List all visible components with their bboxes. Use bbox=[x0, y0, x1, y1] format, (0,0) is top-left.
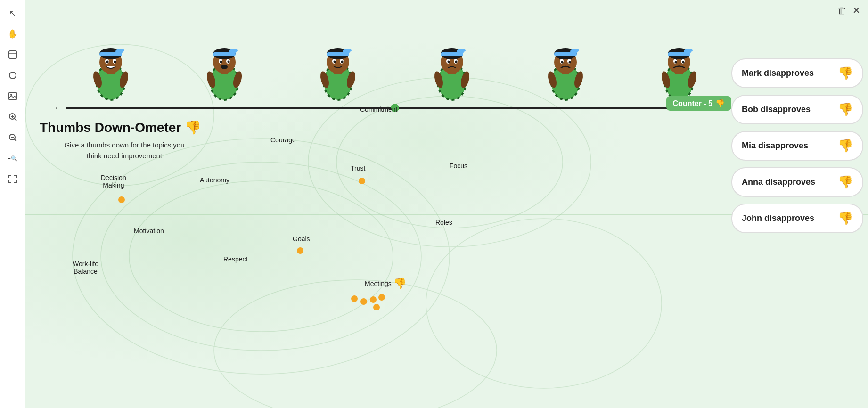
svg-point-41 bbox=[233, 49, 238, 52]
title-area: Thumbs Down-Ometer 👎 Give a thumbs down … bbox=[40, 120, 209, 161]
svg-point-13 bbox=[101, 162, 421, 351]
topbar: 🗑 ✕ bbox=[25, 0, 868, 21]
john-thumb-icon: 👎 bbox=[838, 211, 853, 226]
meetings-dot-1 bbox=[351, 295, 358, 302]
svg-point-88 bbox=[568, 61, 571, 64]
disapprove-panel: Mark disapproves 👎 Bob disapproves 👎 Mia… bbox=[731, 58, 863, 233]
image-icon[interactable] bbox=[4, 88, 21, 105]
svg-point-2 bbox=[9, 72, 16, 79]
svg-point-60 bbox=[341, 61, 344, 63]
svg-rect-3 bbox=[9, 92, 16, 100]
bob-thumb-icon: 👎 bbox=[838, 102, 853, 117]
dot-trust bbox=[359, 178, 365, 184]
svg-point-14 bbox=[129, 181, 393, 332]
characters-row bbox=[54, 21, 736, 103]
slider-arrow-left: ← bbox=[54, 102, 64, 114]
dot-decision-making bbox=[118, 196, 125, 203]
svg-line-10 bbox=[14, 139, 16, 142]
topic-commitment: Commitment bbox=[360, 106, 397, 113]
mia-disapproves-button[interactable]: Mia disapproves 👎 bbox=[731, 131, 863, 161]
dot-goals bbox=[297, 247, 303, 254]
main-title: Thumbs Down-Ometer 👎 bbox=[40, 120, 209, 135]
zoom-level: −🔍 bbox=[4, 150, 21, 167]
svg-point-102 bbox=[682, 61, 685, 64]
hand-icon[interactable]: ✋ bbox=[4, 25, 21, 42]
counter-badge: Counter - 5 👎 bbox=[666, 96, 731, 111]
fit-icon[interactable] bbox=[4, 171, 21, 188]
svg-point-70 bbox=[461, 49, 466, 52]
anna-disapproves-label: Anna disapproves bbox=[742, 177, 815, 187]
mia-disapproves-label: Mia disapproves bbox=[742, 141, 808, 151]
trash-icon[interactable]: 🗑 bbox=[837, 5, 847, 16]
topic-work-life-balance: Work-lifeBalance bbox=[73, 260, 98, 275]
sidebar: ↖ ✋ −🔍 bbox=[0, 0, 25, 408]
topic-autonomy: Autonomy bbox=[200, 176, 229, 184]
mark-disapproves-button[interactable]: Mark disapproves 👎 bbox=[731, 58, 863, 88]
topic-roles: Roles bbox=[435, 219, 452, 226]
topic-courage: Courage bbox=[270, 136, 296, 144]
anna-disapproves-button[interactable]: Anna disapproves 👎 bbox=[731, 167, 863, 197]
cursor-icon[interactable]: ↖ bbox=[4, 5, 21, 22]
svg-point-18 bbox=[426, 219, 662, 388]
sticky-icon[interactable] bbox=[4, 46, 21, 63]
topic-focus: Focus bbox=[450, 162, 467, 170]
svg-point-31 bbox=[114, 61, 116, 63]
topic-trust: Trust bbox=[351, 164, 365, 172]
svg-point-98 bbox=[688, 49, 693, 52]
topic-meetings: Meetings 👎 bbox=[365, 277, 406, 290]
counter-label: Counter - 5 bbox=[673, 99, 712, 108]
john-disapproves-label: John disapproves bbox=[742, 213, 814, 223]
svg-point-12 bbox=[73, 139, 450, 374]
mia-thumb-icon: 👎 bbox=[838, 139, 853, 153]
svg-point-74 bbox=[455, 61, 457, 63]
subtitle: Give a thumbs down for the topics you th… bbox=[40, 140, 209, 161]
counter-emoji: 👎 bbox=[715, 99, 725, 108]
meetings-thumbsdown: 👎 bbox=[393, 277, 406, 290]
bob-disapproves-button[interactable]: Bob disapproves 👎 bbox=[731, 95, 863, 124]
svg-point-59 bbox=[334, 61, 336, 63]
svg-point-27 bbox=[120, 49, 124, 52]
zoom-in-icon[interactable] bbox=[4, 108, 21, 125]
meetings-dot-4 bbox=[378, 294, 385, 301]
character-1 bbox=[85, 28, 137, 103]
anna-thumb-icon: 👎 bbox=[838, 175, 853, 189]
character-4 bbox=[426, 28, 478, 103]
svg-point-87 bbox=[561, 61, 563, 64]
svg-point-45 bbox=[227, 61, 229, 63]
circle-icon[interactable] bbox=[4, 67, 21, 84]
topic-goals: Goals bbox=[293, 235, 310, 243]
bob-disapproves-label: Bob disapproves bbox=[742, 105, 811, 114]
close-icon[interactable]: ✕ bbox=[852, 5, 860, 16]
meetings-dot-3 bbox=[370, 296, 377, 303]
svg-line-6 bbox=[14, 119, 16, 121]
title-emoji: 👎 bbox=[185, 120, 201, 135]
svg-point-44 bbox=[220, 61, 222, 63]
svg-point-84 bbox=[574, 49, 579, 52]
main-canvas: ← → Counter - 5 👎 Thumbs Down-Ometer 👎 G… bbox=[25, 21, 868, 408]
meetings-dot-5 bbox=[373, 304, 380, 310]
svg-point-101 bbox=[675, 61, 677, 64]
svg-point-73 bbox=[447, 61, 450, 63]
svg-rect-0 bbox=[9, 51, 16, 58]
mark-disapproves-label: Mark disapproves bbox=[742, 68, 814, 78]
character-2 bbox=[198, 28, 250, 103]
svg-point-56 bbox=[347, 49, 352, 52]
topic-decision-making: DecisionMaking bbox=[101, 174, 126, 189]
character-3 bbox=[312, 28, 364, 103]
mark-thumb-icon: 👎 bbox=[838, 66, 853, 81]
character-6 bbox=[653, 28, 705, 103]
svg-point-30 bbox=[106, 61, 108, 63]
john-disapproves-button[interactable]: John disapproves 👎 bbox=[731, 204, 863, 233]
topic-motivation: Motivation bbox=[134, 227, 164, 235]
character-5 bbox=[540, 28, 591, 103]
svg-point-46 bbox=[221, 65, 228, 69]
meetings-dot-2 bbox=[360, 298, 367, 305]
topic-respect: Respect bbox=[223, 255, 247, 263]
zoom-out-icon[interactable] bbox=[4, 129, 21, 146]
